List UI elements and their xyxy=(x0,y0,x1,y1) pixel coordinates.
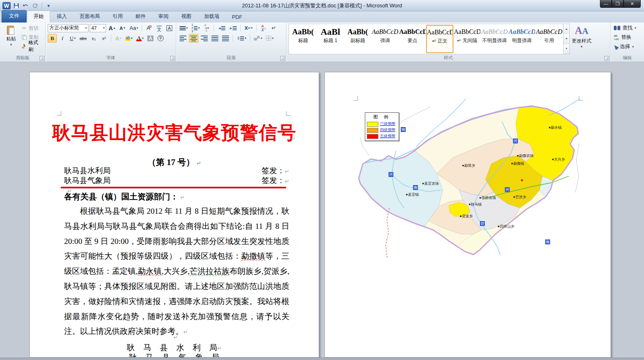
font-dialog-launcher-icon[interactable]: ◿ xyxy=(170,56,175,61)
paragraph-dialog-launcher-icon[interactable]: ◿ xyxy=(280,56,285,61)
level4-swatch xyxy=(367,128,378,133)
strikethrough-button[interactable]: abc xyxy=(78,34,88,42)
italic-button[interactable]: I xyxy=(58,34,67,42)
style-title[interactable]: AaBb(标题 xyxy=(289,25,317,53)
align-center-button[interactable] xyxy=(189,34,198,42)
style-quote[interactable]: AaBbCcD引用 xyxy=(535,25,563,53)
font-name-combo[interactable]: 方正小标宋简 ▾ xyxy=(48,24,89,32)
clear-formatting-button[interactable]: A xyxy=(144,24,153,32)
undo-icon[interactable] xyxy=(22,2,29,9)
subscript-button[interactable]: x₂ xyxy=(89,34,98,42)
tab-view[interactable]: 视图 xyxy=(175,11,198,22)
numbering-button[interactable]: 123▾ xyxy=(190,24,201,32)
style-no-spacing[interactable]: AaBbCcD↵ 无间隔 xyxy=(453,25,481,53)
text-effects-button[interactable]: A▾ xyxy=(114,34,123,42)
enclose-characters-button[interactable]: 字 xyxy=(156,34,165,42)
river-label: 河 xyxy=(513,139,518,143)
group-font: 方正小标宋简 ▾ 47 ▾ A▲ A▼ Aa▾ A wén文 A xyxy=(46,22,176,62)
highlight-color-button[interactable]: ab▾ xyxy=(124,34,134,42)
customize-qat-icon[interactable]: ▾ xyxy=(45,2,52,9)
tab-addins[interactable]: 加载项 xyxy=(198,11,226,22)
style-subtitle[interactable]: AaBb(副标题 xyxy=(344,25,371,53)
justify-button[interactable] xyxy=(210,34,220,42)
character-border-button[interactable]: A xyxy=(165,24,174,32)
style-emphasis[interactable]: AaBbCcD强调 xyxy=(371,25,399,53)
window-title: 2012-11-08 16-17山洪灾害预警文档.doc [兼容模式] - Mi… xyxy=(0,2,644,9)
document-page-1[interactable]: 耿马县山洪灾害气象预警信号 ↵ （第 17 号） ↵ 耿马县水利局 签发：↵ 耿… xyxy=(29,72,319,358)
shading-button[interactable]: ▾ xyxy=(253,34,263,42)
tab-pdf[interactable]: PDF xyxy=(226,12,249,22)
style-subtle-emphasis[interactable]: AaBbCcD不明显强调 xyxy=(481,25,508,53)
font-color-button[interactable]: A▾ xyxy=(135,34,145,42)
org-line-1: 耿马县水利局 签发：↵ xyxy=(64,165,289,176)
gallery-down-icon[interactable]: ▼ xyxy=(564,34,569,44)
shrink-font-button[interactable]: A▼ xyxy=(118,24,127,32)
style-heading1[interactable]: AaBl标题 1 xyxy=(317,25,344,53)
tab-references[interactable]: 引用 xyxy=(107,11,129,22)
line-spacing-button[interactable]: ⇕▾ xyxy=(235,34,247,42)
align-left-button[interactable] xyxy=(178,34,188,42)
decrease-indent-button[interactable]: ◄ xyxy=(216,24,227,32)
font-size-combo[interactable]: 47 ▾ xyxy=(90,24,107,32)
document-area[interactable]: 耿马县山洪灾害气象预警信号 ↵ （第 17 号） ↵ 耿马县水利局 签发：↵ 耿… xyxy=(0,63,644,358)
style-normal[interactable]: AaBbCcD↵ 正文 xyxy=(426,25,453,53)
group-editing: 查找 ▾ ab⤷ac 替换 选择 ▾ 编辑 xyxy=(611,22,644,62)
format-painter-button[interactable]: 格式刷 xyxy=(20,42,43,51)
tab-insert[interactable]: 插入 xyxy=(51,11,73,22)
tab-mailings[interactable]: 邮件 xyxy=(129,11,152,22)
doc-signature-2: 耿 马 县 气 象 局 xyxy=(30,352,319,358)
distribute-button[interactable] xyxy=(221,34,230,42)
character-shading-button[interactable]: A xyxy=(146,34,155,42)
multilevel-list-button[interactable]: 1··a··i▾ xyxy=(202,24,211,32)
change-styles-button[interactable]: AA 更改样式 ▾ xyxy=(570,24,593,54)
word-app-icon[interactable]: W xyxy=(2,2,11,9)
find-button[interactable]: 查找 ▾ xyxy=(614,24,642,32)
document-page-2[interactable]: ●勐永镇 ●勐撒农场 ●勐撒镇 ●大兴乡 ●勐简乡 ●孟定农场 ●孟定镇 ●华侨… xyxy=(324,72,611,358)
tab-review[interactable]: 审阅 xyxy=(152,11,175,22)
asian-layout-button[interactable]: X⇄▾ xyxy=(243,24,254,32)
paragraph-group-label: 段落 ◿ xyxy=(176,54,286,62)
legend-title: 图 例 xyxy=(367,114,397,120)
red-divider-rule xyxy=(61,187,286,188)
show-hide-marks-button[interactable]: ↵ xyxy=(269,24,278,32)
paste-button[interactable]: 粘贴 ▾ xyxy=(2,24,20,54)
sort-button[interactable]: AZ↓ xyxy=(259,24,268,32)
tab-home[interactable]: 开始 xyxy=(27,11,50,22)
borders-button[interactable]: ▾ xyxy=(264,34,275,42)
change-case-button[interactable]: Aa▾ xyxy=(129,24,139,32)
qat-separator xyxy=(42,2,42,9)
underline-button[interactable]: U▾ xyxy=(68,34,77,42)
phonetic-guide-button[interactable]: wén文 xyxy=(155,24,164,32)
river-label: 南 xyxy=(545,239,550,244)
doc-signature-1: 耿 马 县 水 利 局↵ xyxy=(30,342,319,353)
map-label: ●耿马镇 xyxy=(469,202,482,207)
align-right-button[interactable] xyxy=(200,34,209,42)
superscript-button[interactable]: x² xyxy=(100,34,109,42)
increase-indent-button[interactable]: ► xyxy=(228,24,238,32)
clipboard-dialog-launcher-icon[interactable]: ◿ xyxy=(40,56,44,61)
style-strong[interactable]: AaBbCcD要点 xyxy=(399,25,426,53)
gallery-more-icon[interactable]: ▾ xyxy=(564,44,569,54)
map-label: ●芒洪乡 xyxy=(513,195,526,200)
restore-button[interactable]: ❐ xyxy=(612,0,624,8)
map-label: ●四排山乡 xyxy=(497,224,514,229)
chevron-down-icon: ▾ xyxy=(85,26,87,30)
gallery-up-icon[interactable]: ▲ xyxy=(564,24,569,34)
bullets-button[interactable]: ▾ xyxy=(178,24,189,32)
warning-map: ●勐永镇 ●勐撒农场 ●勐撒镇 ●大兴乡 ●勐简乡 ●孟定农场 ●孟定镇 ●华侨… xyxy=(357,98,581,259)
styles-dialog-launcher-icon[interactable]: ◿ xyxy=(604,56,609,61)
minimize-button[interactable]: — xyxy=(600,0,612,8)
replace-button[interactable]: ab⤷ac 替换 xyxy=(614,33,642,42)
style-intense-emphasis[interactable]: AaBbCcD明显强调 xyxy=(508,25,535,53)
save-icon[interactable] xyxy=(13,2,20,9)
format-painter-icon xyxy=(21,43,27,49)
redo-icon[interactable] xyxy=(31,2,39,9)
group-styles: AaBb(标题 AaBl标题 1 AaBb(副标题 AaBbCcD强调 AaBb… xyxy=(286,22,611,62)
cut-button[interactable]: ✂ 剪切 xyxy=(20,24,43,33)
tab-file[interactable]: 文件 xyxy=(2,10,27,22)
select-button[interactable]: 选择 ▾ xyxy=(614,42,642,51)
bold-button[interactable]: B xyxy=(48,34,57,42)
tab-page-layout[interactable]: 页面布局 xyxy=(73,11,106,22)
grow-font-button[interactable]: A▲ xyxy=(107,24,117,32)
close-button[interactable]: ✕ xyxy=(624,0,641,8)
